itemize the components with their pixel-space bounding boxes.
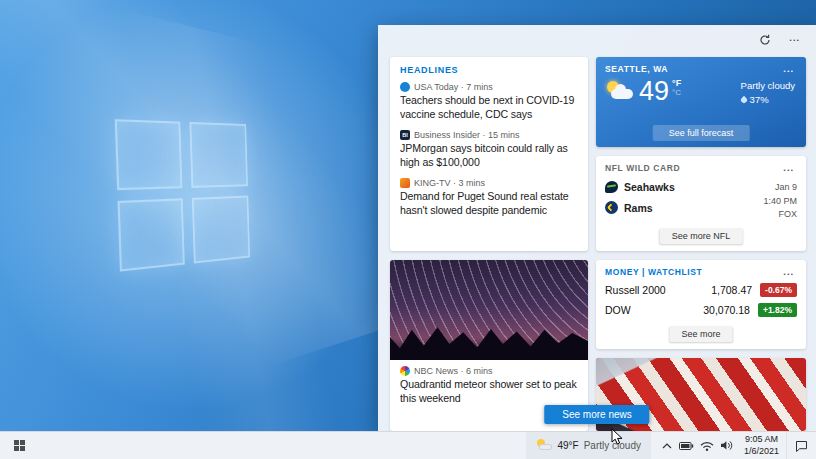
celsius-toggle[interactable]: °C [672,89,681,98]
rams-logo-icon [605,201,618,214]
story-source: KING-TV · 3 mins [414,178,485,188]
refresh-button[interactable] [754,30,776,50]
see-full-forecast-button[interactable]: See full forecast [653,125,750,141]
business-insider-favicon-icon: BI [400,130,410,140]
news-story[interactable]: KING-TV · 3 mins Demand for Puget Sound … [400,178,578,217]
see-more-news-button[interactable]: See more news [544,405,649,424]
weather-condition: Partly cloudy [741,80,795,91]
system-tray [651,432,737,459]
story-headline: Quadrantid meteor shower set to peak thi… [400,378,578,405]
weather-location: SEATTLE, WA [605,64,797,74]
partly-cloudy-icon [605,81,635,103]
team-row: Seahawks [605,181,675,193]
show-hidden-icons-button[interactable] [657,432,677,459]
network-tray-button[interactable] [697,432,717,459]
logo-pane [192,196,250,264]
story-source: Business Insider · 15 mins [414,130,520,140]
story-source: USA Today · 7 mins [414,82,493,92]
start-button[interactable] [0,432,40,459]
taskbar-weather-button[interactable]: 49°F Partly cloudy [526,432,650,459]
speaker-icon [720,440,733,451]
logo-pane [115,119,183,190]
more-icon: ••• [783,68,794,74]
panel-header: ••• [754,30,806,50]
desktop-screen: ••• HEADLINES USA Today · 7 mins Teacher… [0,0,816,459]
team-name: Rams [624,202,653,214]
seahawks-logo-icon [605,181,618,193]
more-icon: ••• [783,271,794,277]
story-headline: Demand for Puget Sound real estate hasn'… [400,190,578,217]
story-source: NBC News · 6 mins [414,366,493,376]
tree-silhouette [390,318,588,360]
taskbar-empty-area [40,432,526,459]
more-icon: ••• [789,37,800,43]
notification-icon [795,440,808,452]
usa-today-favicon-icon [400,82,410,92]
refresh-icon [759,34,771,46]
logo-pane [189,122,248,188]
story-headline: Teachers should be next in COVID-19 vacc… [400,94,578,121]
weather-card[interactable]: SEATTLE, WA ••• 49 °F °C [596,57,806,147]
news-story[interactable]: USA Today · 7 mins Teachers should be ne… [400,82,578,121]
windows-logo-icon [14,440,26,452]
clock-date: 1/6/2021 [744,446,779,458]
volume-tray-button[interactable] [717,432,737,459]
see-more-nfl-button[interactable]: See more NFL [660,228,743,244]
story-image [390,260,588,360]
change-badge: +1.82% [758,303,797,317]
nbc-news-favicon-icon [400,366,410,376]
logo-pane [118,198,185,271]
money-watchlist-card[interactable]: MONEY | WATCHLIST ••• Russell 2000 1,708… [596,260,806,349]
taskbar-temperature: 49°F [557,440,578,451]
team-name: Seahawks [624,181,675,193]
nfl-more-button[interactable]: ••• [778,160,800,180]
precipitation-value: 37% [750,94,769,105]
wifi-icon [700,441,714,451]
see-more-money-button[interactable]: See more [669,326,732,342]
team-row: Rams [605,201,675,214]
game-time: 1:40 PM [763,195,797,209]
ticker-name: DOW [605,304,692,316]
money-card-title: MONEY | WATCHLIST [605,267,797,277]
taskbar-clock[interactable]: 9:05 AM 1/6/2021 [737,432,786,459]
ticker-row: Russell 2000 1,708.47 -0.67% [605,283,797,297]
change-badge: -0.67% [760,283,797,297]
headlines-label: HEADLINES [400,65,578,75]
ticker-value: 30,070.18 [692,304,750,316]
game-network: FOX [763,208,797,222]
info-cards-column: SEATTLE, WA ••• 49 °F °C [596,57,806,431]
nfl-card[interactable]: NFL WILD CARD ••• Seahawks Rams [596,156,806,251]
taskbar-condition: Partly cloudy [584,440,641,451]
chevron-up-icon [662,443,672,449]
king-tv-favicon-icon [400,178,410,188]
taskbar: 49°F Partly cloudy [0,431,816,459]
ticker-name: Russell 2000 [605,284,694,296]
ticker-value: 1,708.47 [694,284,752,296]
weather-more-button[interactable]: ••• [778,61,800,81]
windows-hero-logo [115,119,254,276]
panel-more-button[interactable]: ••• [784,30,806,50]
news-column: HEADLINES USA Today · 7 mins Teachers sh… [390,57,588,431]
temperature-value: 49 [639,78,669,105]
money-more-button[interactable]: ••• [778,264,800,284]
news-and-interests-panel: ••• HEADLINES USA Today · 7 mins Teacher… [378,25,816,431]
action-center-button[interactable] [786,432,816,459]
precipitation-icon [739,95,747,103]
news-story[interactable]: BI Business Insider · 15 mins JPMorgan s… [400,130,578,169]
battery-tray-button[interactable] [677,432,697,459]
game-date: Jan 9 [763,181,797,195]
panel-body: HEADLINES USA Today · 7 mins Teachers sh… [390,57,806,431]
clock-time: 9:05 AM [744,434,779,446]
headlines-card: HEADLINES USA Today · 7 mins Teachers sh… [390,57,588,251]
nfl-card-title: NFL WILD CARD [605,163,797,173]
battery-icon [679,442,694,450]
partly-cloudy-icon [536,439,552,452]
ticker-row: DOW 30,070.18 +1.82% [605,303,797,317]
more-icon: ••• [783,167,794,173]
story-headline: JPMorgan says bitcoin could rally as hig… [400,142,578,169]
